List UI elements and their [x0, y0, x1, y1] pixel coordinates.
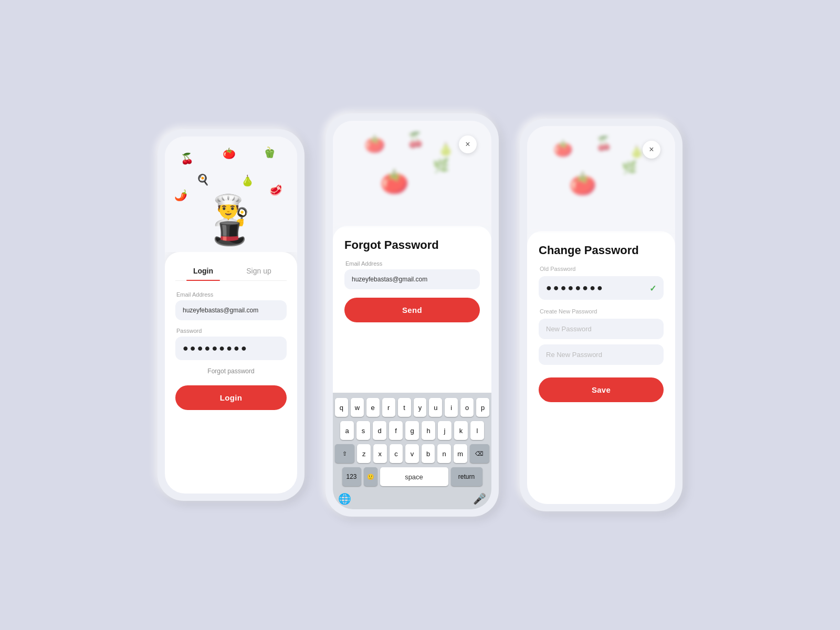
key-r[interactable]: r [382, 398, 395, 417]
old-password-wrapper: ●●●●●●●● ✓ [539, 276, 664, 300]
key-a[interactable]: a [340, 421, 354, 440]
key-p[interactable]: p [476, 398, 489, 417]
password-check-icon: ✓ [649, 283, 656, 293]
password-label: Password [176, 328, 287, 334]
keyboard-globe-icon[interactable]: 🌐 [338, 492, 351, 505]
key-u[interactable]: u [429, 398, 442, 417]
tab-row: Login Sign up [175, 262, 287, 281]
login-screen: 🍒 🍅 🫑 🍳 🍐 🌶️ 🥩 👨‍🍳 🎩 Login [165, 136, 297, 494]
key-f[interactable]: f [389, 421, 403, 440]
password-input[interactable]: ●●●●●●●●● [175, 337, 287, 360]
forgot-title: Forgot Password [344, 238, 480, 252]
key-c[interactable]: c [390, 444, 403, 463]
key-e[interactable]: e [366, 398, 380, 417]
key-y[interactable]: y [414, 398, 427, 417]
key-shift[interactable]: ⇧ [335, 444, 354, 463]
key-emoji[interactable]: 🙂 [364, 467, 377, 486]
forgot-password-link[interactable]: Forgot password [175, 368, 287, 375]
change-illustration-wrapper: 🍅 🍒 🍐 🍅 🌿 × [527, 126, 675, 231]
key-123[interactable]: 123 [342, 467, 361, 486]
key-space[interactable]: space [380, 467, 448, 486]
new-password-input[interactable]: New Password [539, 319, 664, 339]
key-l[interactable]: l [470, 421, 484, 440]
keyboard-row-3: ⇧ z x c v b n m ⌫ [335, 444, 489, 463]
save-button[interactable]: Save [539, 377, 664, 402]
login-phone: 🍒 🍅 🫑 🍳 🍐 🌶️ 🥩 👨‍🍳 🎩 Login [158, 129, 304, 501]
login-illustration: 🍒 🍅 🫑 🍳 🍐 🌶️ 🥩 👨‍🍳 🎩 [165, 136, 297, 252]
change-card: Change Password Old Password ●●●●●●●● ✓ … [527, 231, 675, 504]
send-button[interactable]: Send [344, 298, 480, 322]
key-backspace[interactable]: ⌫ [470, 444, 489, 463]
key-t[interactable]: t [398, 398, 411, 417]
key-b[interactable]: b [422, 444, 435, 463]
old-password-label: Old Password [540, 266, 664, 272]
change-phone: 🍅 🍒 🍐 🍅 🌿 × Change Password Old [520, 119, 682, 511]
key-s[interactable]: s [356, 421, 370, 440]
tab-signup[interactable]: Sign up [231, 262, 287, 280]
key-i[interactable]: i [445, 398, 458, 417]
food-chili-icon: 🌶️ [174, 189, 187, 202]
email-input[interactable]: huzeyfebastas@gmail.com [175, 300, 287, 320]
forgot-close-button[interactable]: × [459, 135, 477, 153]
key-q[interactable]: q [335, 398, 348, 417]
change-screen: 🍅 🍒 🍐 🍅 🌿 × Change Password Old [527, 126, 675, 504]
keyboard-row-4: 123 🙂 space return [335, 467, 489, 486]
change-close-button[interactable]: × [643, 141, 660, 159]
key-d[interactable]: d [373, 421, 386, 440]
food-cherry-icon: 🍒 [181, 152, 194, 165]
create-label: Create New Password [540, 308, 664, 314]
key-return[interactable]: return [451, 467, 482, 486]
keyboard-mic-icon[interactable]: 🎤 [473, 492, 486, 505]
renew-password-input[interactable]: Re New Password [539, 344, 664, 365]
key-m[interactable]: m [454, 444, 467, 463]
food-pear-icon: 🍐 [241, 174, 254, 187]
keyboard-row-1: q w e r t y u i o p [335, 398, 489, 417]
login-phone-inner: 🍒 🍅 🫑 🍳 🍐 🌶️ 🥩 👨‍🍳 🎩 Login [165, 136, 297, 494]
email-label: Email Address [176, 291, 287, 298]
keyboard-bottom: 🌐 🎤 [335, 490, 489, 506]
key-j[interactable]: j [438, 421, 452, 440]
food-knife-icon: 🍳 [196, 173, 209, 186]
change-phone-inner: 🍅 🍒 🍐 🍅 🌿 × Change Password Old [527, 126, 675, 504]
key-z[interactable]: z [357, 444, 371, 463]
key-w[interactable]: w [351, 398, 364, 417]
keyboard-row-2: a s d f g h j k l [335, 421, 489, 440]
forgot-email-label: Email Address [345, 260, 480, 267]
key-v[interactable]: v [405, 444, 419, 463]
key-n[interactable]: n [437, 444, 451, 463]
forgot-phone-inner: 🍅 🍒 🍐 🍅 🌿 × Forgot Password Email Addres… [333, 121, 491, 509]
change-title: Change Password [539, 244, 664, 257]
keyboard: q w e r t y u i o p a s [333, 393, 491, 509]
forgot-screen: 🍅 🍒 🍐 🍅 🌿 × Forgot Password Email Addres… [333, 121, 491, 509]
chef-hat-icon: 👨‍🍳 🎩 [213, 195, 249, 247]
forgot-email-input[interactable]: huzeyfebastas@gmail.com [344, 269, 480, 289]
tab-login[interactable]: Login [175, 262, 231, 280]
food-pepper-icon: 🫑 [263, 146, 276, 159]
old-password-input[interactable]: ●●●●●●●● [539, 276, 664, 300]
key-o[interactable]: o [460, 398, 474, 417]
key-k[interactable]: k [454, 421, 468, 440]
key-h[interactable]: h [422, 421, 435, 440]
screens-container: 🍒 🍅 🫑 🍳 🍐 🌶️ 🥩 👨‍🍳 🎩 Login [158, 113, 682, 517]
key-x[interactable]: x [373, 444, 387, 463]
food-tomato-icon: 🍅 [223, 147, 236, 160]
food-meat-icon: 🥩 [269, 184, 282, 196]
login-button[interactable]: Login [175, 385, 287, 410]
key-g[interactable]: g [405, 421, 419, 440]
forgot-phone: 🍅 🍒 🍐 🍅 🌿 × Forgot Password Email Addres… [326, 113, 499, 517]
forgot-illustration-wrapper: 🍅 🍒 🍐 🍅 🌿 × [333, 121, 491, 226]
login-card: Login Sign up Email Address huzeyfebasta… [165, 252, 297, 494]
forgot-card: Forgot Password Email Address huzeyfebas… [333, 226, 491, 393]
